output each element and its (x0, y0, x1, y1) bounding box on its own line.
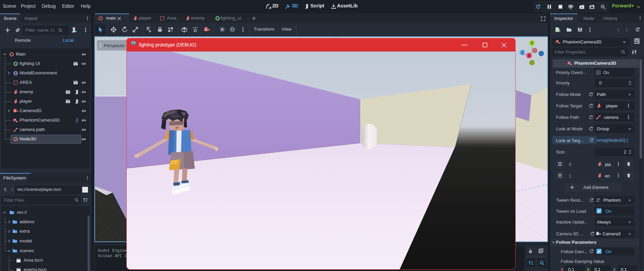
svg-text:X: X (528, 54, 530, 58)
svg-text:Y: Y (531, 41, 533, 45)
svg-text:Z: Z (521, 51, 523, 55)
svg-text:Perspectiv: Perspectiv (104, 43, 125, 48)
